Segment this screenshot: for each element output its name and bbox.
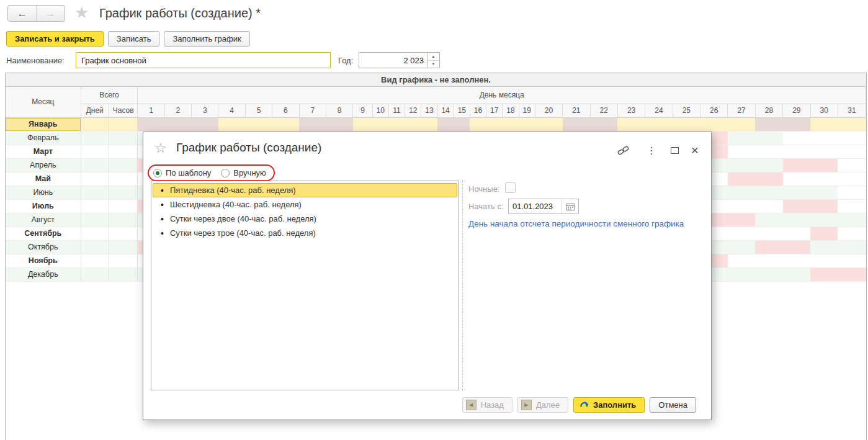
day-cell[interactable] xyxy=(783,254,810,267)
year-value[interactable]: 2 023 xyxy=(359,53,427,68)
day-cell[interactable] xyxy=(728,117,755,131)
day-cell[interactable] xyxy=(470,117,486,131)
day-cell[interactable] xyxy=(810,131,838,145)
hours-total-cell[interactable] xyxy=(109,199,137,213)
day-cell[interactable] xyxy=(838,227,866,240)
day-cell[interactable] xyxy=(673,117,700,131)
day-cell[interactable] xyxy=(838,145,866,158)
day-cell[interactable] xyxy=(810,145,838,158)
day-cell[interactable] xyxy=(353,117,372,131)
fill-schedule-button[interactable]: Заполнить график xyxy=(164,31,249,47)
month-name-cell[interactable]: Октябрь xyxy=(6,240,81,254)
radio-manual-circle-icon[interactable] xyxy=(221,169,230,177)
day-cell[interactable] xyxy=(372,117,388,131)
day-cell[interactable] xyxy=(519,117,535,131)
cancel-button[interactable]: Отмена xyxy=(650,397,696,413)
hours-total-cell[interactable] xyxy=(109,213,137,227)
day-cell[interactable] xyxy=(755,267,782,281)
maximize-icon[interactable] xyxy=(668,144,681,156)
day-cell[interactable] xyxy=(218,117,245,131)
day-cell[interactable] xyxy=(454,117,470,131)
day-cell[interactable] xyxy=(192,117,218,131)
day-cell[interactable] xyxy=(838,267,866,281)
day-cell[interactable] xyxy=(728,145,755,158)
day-cell[interactable] xyxy=(700,117,728,131)
start-date-field[interactable]: 01.01.2023 xyxy=(508,199,579,214)
hours-total-cell[interactable] xyxy=(109,158,137,172)
day-cell[interactable] xyxy=(783,213,810,227)
day-cell[interactable] xyxy=(728,227,755,240)
day-cell[interactable] xyxy=(728,254,755,267)
hours-total-cell[interactable] xyxy=(109,254,137,267)
day-cell[interactable] xyxy=(783,240,810,254)
day-cell[interactable] xyxy=(245,117,272,131)
day-cell[interactable] xyxy=(783,172,810,186)
day-cell[interactable] xyxy=(810,254,838,267)
more-actions-icon[interactable]: ⋮ xyxy=(645,144,658,156)
day-cell[interactable] xyxy=(405,117,421,131)
day-cell[interactable] xyxy=(728,213,755,227)
day-cell[interactable] xyxy=(326,117,352,131)
day-cell[interactable] xyxy=(783,186,810,199)
day-cell[interactable] xyxy=(838,240,866,254)
month-name-cell[interactable]: Июль xyxy=(6,199,81,213)
day-cell[interactable] xyxy=(421,117,437,131)
day-cell[interactable] xyxy=(783,227,810,240)
template-option[interactable]: •Пятидневка (40-час. раб. неделя) xyxy=(153,183,457,197)
day-cell[interactable] xyxy=(755,172,782,186)
days-total-cell[interactable] xyxy=(81,172,109,186)
day-cell[interactable] xyxy=(755,145,782,158)
days-total-cell[interactable] xyxy=(81,158,109,172)
month-name-cell[interactable]: Декабрь xyxy=(6,267,81,281)
day-cell[interactable] xyxy=(838,254,866,267)
day-cell[interactable] xyxy=(810,199,838,213)
month-name-cell[interactable]: Март xyxy=(6,145,81,158)
month-name-cell[interactable]: Август xyxy=(6,213,81,227)
day-cell[interactable] xyxy=(645,117,673,131)
day-cell[interactable] xyxy=(590,117,617,131)
days-total-cell[interactable] xyxy=(81,186,109,199)
day-cell[interactable] xyxy=(728,158,755,172)
day-cell[interactable] xyxy=(755,254,782,267)
month-name-cell[interactable]: Июнь xyxy=(6,186,81,199)
days-total-cell[interactable] xyxy=(81,117,109,131)
day-cell[interactable] xyxy=(838,131,866,145)
hours-total-cell[interactable] xyxy=(109,186,137,199)
month-name-cell[interactable]: Ноябрь xyxy=(6,254,81,267)
panel-splitter[interactable] xyxy=(462,181,463,390)
radio-manual[interactable]: Вручную xyxy=(221,168,266,177)
template-option[interactable]: •Шестидневка (40-час. раб. неделя) xyxy=(153,197,457,212)
close-icon[interactable]: × xyxy=(688,144,702,156)
days-total-cell[interactable] xyxy=(81,254,109,267)
day-cell[interactable] xyxy=(299,117,326,131)
hours-total-cell[interactable] xyxy=(109,267,137,281)
back-button[interactable]: ← xyxy=(8,6,37,21)
day-cell[interactable] xyxy=(728,199,755,213)
day-cell[interactable] xyxy=(838,117,866,131)
day-cell[interactable] xyxy=(838,172,866,186)
month-name-cell[interactable]: Сентябрь xyxy=(6,227,81,240)
day-cell[interactable] xyxy=(272,117,299,131)
spinner-up-icon[interactable]: ▲ xyxy=(427,53,439,61)
hours-total-cell[interactable] xyxy=(109,227,137,240)
radio-by-template-circle-icon[interactable] xyxy=(153,169,162,177)
dialog-favorite-star-icon[interactable]: ☆ xyxy=(154,140,167,156)
day-cell[interactable] xyxy=(783,158,810,172)
day-cell[interactable] xyxy=(838,199,866,213)
day-cell[interactable] xyxy=(617,117,645,131)
days-total-cell[interactable] xyxy=(81,267,109,281)
start-date-value[interactable]: 01.01.2023 xyxy=(509,202,562,211)
day-cell[interactable] xyxy=(388,117,405,131)
day-cell[interactable] xyxy=(728,172,755,186)
fill-button[interactable]: Заполнить xyxy=(573,397,645,413)
day-cell[interactable] xyxy=(437,117,454,131)
day-cell[interactable] xyxy=(486,117,503,131)
day-cell[interactable] xyxy=(810,267,838,281)
radio-by-template[interactable]: По шаблону xyxy=(153,168,211,177)
day-cell[interactable] xyxy=(563,117,590,131)
day-cell[interactable] xyxy=(810,227,838,240)
day-cell[interactable] xyxy=(755,186,782,199)
day-cell[interactable] xyxy=(535,117,562,131)
hours-total-cell[interactable] xyxy=(109,131,137,145)
hours-total-cell[interactable] xyxy=(109,172,137,186)
